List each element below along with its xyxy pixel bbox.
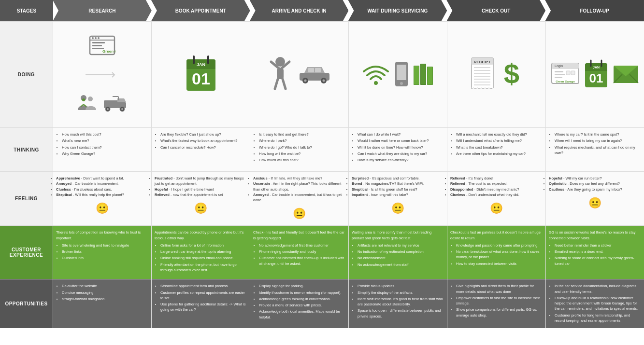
thinking-follow-up: Where is my car? Is it in the same spot?… xyxy=(546,128,644,171)
svg-point-2 xyxy=(92,37,94,39)
doing-research: Green Garage xyxy=(53,22,152,127)
svg-text:JAN: JAN xyxy=(593,66,600,69)
svg-rect-51 xyxy=(428,67,432,84)
opportunities-row: OPPORTUNITIES De-clutter the website Con… xyxy=(0,279,644,328)
feeling-emoji-followup: 😐 xyxy=(549,195,641,211)
svg-text:01: 01 xyxy=(192,69,210,88)
svg-point-4 xyxy=(98,37,100,39)
arrive-check-in-header: ARRIVE AND CHECK IN xyxy=(250,0,349,21)
svg-point-41 xyxy=(323,80,325,82)
stages-header: STAGES xyxy=(0,0,53,21)
opp-research: De-clutter the website Concise messaging… xyxy=(53,279,152,328)
svg-rect-12 xyxy=(104,100,118,108)
header-row: STAGES RESEARCH BOOK APPOINTMENT ARRIVE … xyxy=(0,0,644,21)
svg-point-42 xyxy=(374,81,378,85)
welcome-person-icon xyxy=(267,56,294,92)
svg-rect-66 xyxy=(555,71,563,72)
feeling-wait-servicing: Surprised - It's spacious and comfortabl… xyxy=(349,172,447,225)
cx-check-out: Checkout is fast an painless but it does… xyxy=(447,226,546,279)
people-icon xyxy=(75,93,99,112)
feeling-row: FEELING Apprehensive - Don't want to spe… xyxy=(0,171,644,225)
svg-text:Green Garage: Green Garage xyxy=(556,80,575,83)
svg-rect-49 xyxy=(421,64,426,84)
car-icon xyxy=(298,64,331,83)
svg-line-33 xyxy=(283,79,286,89)
svg-text:$: $ xyxy=(504,58,519,89)
research-header: RESEARCH xyxy=(53,0,152,21)
email-icon xyxy=(613,64,639,84)
book-appointment-header: BOOK APPOINTMENT xyxy=(151,0,250,21)
cx-wait-servicing: Waiting area is more comfy than most but… xyxy=(349,226,447,279)
svg-point-18 xyxy=(121,108,123,110)
feeling-label: FEELING xyxy=(0,172,53,225)
calendar-icon: JAN 01 xyxy=(184,55,218,93)
opp-follow-up: In the car service documentation, includ… xyxy=(546,279,644,328)
svg-rect-31 xyxy=(277,69,284,79)
svg-rect-70 xyxy=(571,71,575,75)
feeling-emoji-book: 😐 xyxy=(155,200,247,216)
doing-arrive-check-in xyxy=(250,22,349,127)
svg-text:Green Garage: Green Garage xyxy=(102,49,115,54)
svg-rect-5 xyxy=(92,42,105,43)
feeling-research: Apprehensive - Don't want to spend a lot… xyxy=(53,172,152,225)
thinking-row: THINKING How much will this cost? What's… xyxy=(0,127,644,171)
thinking-check-out: Will a mechanic tell me exactly did they… xyxy=(447,128,546,171)
svg-rect-37 xyxy=(315,68,321,72)
feeling-emoji-research: 😐 xyxy=(56,200,148,216)
doing-book-appointment: JAN 01 xyxy=(152,22,250,127)
check-out-header: CHECK OUT xyxy=(446,0,545,21)
svg-marker-35 xyxy=(304,67,325,73)
feeling-emoji-arrive: 😐 xyxy=(253,206,345,221)
svg-point-11 xyxy=(82,98,85,101)
doing-check-out: RECEIPT $ xyxy=(447,22,546,127)
svg-text:JAN: JAN xyxy=(196,62,205,67)
follow-up-header: FOLLOW-UP xyxy=(545,0,644,21)
svg-point-39 xyxy=(304,80,307,82)
phone-icon xyxy=(394,61,409,87)
feeling-follow-up: Hopeful - Will my car run better? Optimi… xyxy=(546,172,644,225)
cx-research: There's lots of competition so knowing w… xyxy=(53,226,152,279)
svg-text:Login: Login xyxy=(555,64,563,68)
opp-check-out: Give highlights and direct them to their… xyxy=(447,279,546,328)
svg-point-10 xyxy=(88,97,93,101)
feeling-arrive-check-in: Anxious - If I'm late, will they still t… xyxy=(250,172,349,225)
feeling-emoji-checkout: 😐 xyxy=(450,200,543,216)
svg-text:RECEIPT: RECEIPT xyxy=(474,60,491,64)
svg-line-32 xyxy=(275,79,278,89)
svg-rect-47 xyxy=(414,66,419,84)
cx-arrive-check-in: Check-in is fast and friendly but it doe… xyxy=(250,226,349,279)
feeling-emoji-wait: 😐 xyxy=(352,200,444,216)
opp-wait-servicing: Provide status updates. Simplify the dis… xyxy=(349,279,447,328)
thinking-wait-servicing: What can I do while I wait? Would I rath… xyxy=(349,128,447,171)
svg-point-16 xyxy=(107,108,109,110)
books-icon xyxy=(413,62,434,86)
opportunities-label: OPPORTUNITIES xyxy=(0,279,53,328)
journey-arrow-1 xyxy=(83,70,122,80)
svg-point-45 xyxy=(400,82,403,85)
cx-follow-up: GG is on social networks but there's no … xyxy=(546,226,644,279)
opp-arrive-check-in: Display signage for parking. Identify if… xyxy=(250,279,349,328)
cx-book-appointment: Appointments can be booked by phone or o… xyxy=(152,226,250,279)
thinking-arrive-check-in: Is it easy to find and get there? Where … xyxy=(250,128,349,171)
browser-icon-followup: Green Garage Login xyxy=(551,62,580,85)
receipt-icon: RECEIPT xyxy=(469,57,496,91)
thinking-book-appointment: Are they flexible? Can I just show up? W… xyxy=(152,128,250,171)
svg-rect-6 xyxy=(92,45,102,46)
wait-servicing-header: WAIT DURING SERVICING xyxy=(348,0,447,21)
doing-follow-up: Green Garage Login JAN 01 xyxy=(546,22,644,127)
tow-truck-icon xyxy=(103,94,129,112)
svg-rect-68 xyxy=(555,77,562,78)
doing-wait-servicing xyxy=(349,22,447,127)
svg-rect-69 xyxy=(566,71,570,75)
feeling-book-appointment: Frustrated - don't want to jump through … xyxy=(152,172,250,225)
thinking-label: THINKING xyxy=(0,128,53,171)
svg-text:01: 01 xyxy=(589,71,603,85)
thinking-research: How much will this cost? What's near me?… xyxy=(53,128,152,171)
wifi-icon xyxy=(361,62,390,86)
svg-rect-36 xyxy=(308,68,314,72)
calendar-icon-followup: JAN 01 xyxy=(584,59,609,88)
journey-map: STAGES RESEARCH BOOK APPOINTMENT ARRIVE … xyxy=(0,0,644,345)
website-icon: Green Garage xyxy=(89,35,115,57)
cx-row: CUSTOMER EXPERIENCE There's lots of comp… xyxy=(0,225,644,279)
opp-book-appointment: Streamline appointment form and process … xyxy=(152,279,250,328)
